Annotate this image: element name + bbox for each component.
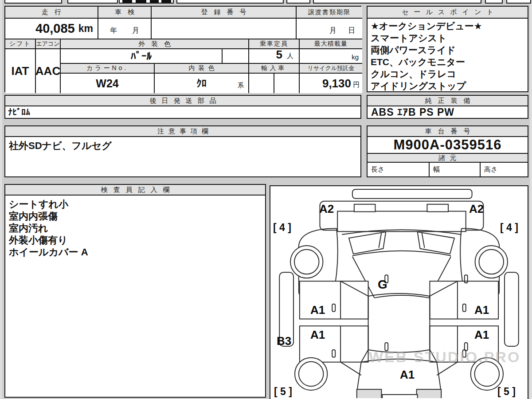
inspector-note-line: 室内内張傷 [9,210,262,222]
mileage-header: 走行 [5,7,98,18]
aircon-header: エアコン [35,39,60,48]
sales-point-line: ETC、バックモニター [371,56,524,68]
length-cell: 長さ [368,162,429,176]
recycle-value: 9,130円 [299,73,362,93]
damage-label-4-front-right-tire: [ 4 ] [500,223,518,233]
shift-value: IAT [5,48,35,93]
height-cell: 高さ [480,162,528,176]
watermark: WEB STUDIO.PRO [369,348,520,366]
sales-points-list: ★オークションデビュー★ スマートアシスト 両側パワースライド ETC、バックモ… [368,18,528,91]
import-cell-1 [248,73,274,93]
damage-label-b3-rocker-left: B3 [277,335,291,347]
inspector-note-line: シートすれ小 [9,198,262,210]
sales-point-line: アイドリングストップ [371,80,524,92]
genuine-equipment-panel: 純正装備 ABS ｴｱB PS PW [367,95,528,119]
sales-points-header: セールスポイント [368,7,528,18]
cropped-cell [286,0,310,4]
mileage-number: 40,085 [35,21,75,36]
damage-label-a1-door-rear-right: A1 [474,329,489,340]
genuine-equipment-value: ABS ｴｱB PS PW [368,106,528,118]
recycle-unit: 円 [353,81,360,90]
cropped-cell [506,0,531,4]
mileage-unit: km [78,23,93,35]
capacity-unit: 人 [287,52,293,62]
sales-point-line: スマートアシスト [371,32,524,44]
width-cell: 幅 [429,162,480,176]
interior-color-text: ｸﾛ [196,78,207,90]
cropped-cell [4,0,62,4]
inspector-note-line: 室内汚れ [9,222,262,234]
registration-value [151,18,296,39]
inspection-value: 年月 [98,18,151,39]
later-parts-header: 後日発送部品 [5,96,360,106]
mileage-value: 40,085km [5,18,98,39]
deadline-value: 月日 [296,18,362,39]
interior-color-header: 内装色 [154,63,248,73]
dimensions-header: 諸元 [368,153,528,162]
sales-point-line: 両側パワースライド [371,44,524,56]
cropped-cell [176,0,284,4]
later-parts-value: ﾅﾋﾞﾛﾑ [5,106,360,118]
notes-header: 注意事項欄 [5,126,360,136]
capacity-number: 5 [276,48,282,62]
recycle-number: 9,130 [322,77,351,90]
import-header: 輸入車 [248,63,299,73]
max-load-value: kg [299,48,362,63]
shift-header: シフト [5,39,35,48]
car-outline-drawing [270,186,528,398]
inspector-note-line: 外装小傷有り [9,234,262,246]
inspection-year: 年 [110,26,117,35]
cropped-cell [485,0,503,4]
genuine-equipment-header: 純正装備 [368,96,528,106]
recycle-header: リサイクル預託金 [299,63,362,73]
damage-label-a1-tailgate: A1 [400,369,415,380]
capacity-header: 乗車定員 [248,39,299,48]
cropped-cell [67,0,118,4]
sales-point-line: ★オークションデビュー★ [371,20,524,32]
page-right-edge [530,0,532,399]
interior-color-value: ｸﾛ 系 [154,73,248,93]
damage-label-a1-door-front-left: A1 [310,304,325,316]
color-no-value: W24 [60,73,154,93]
exterior-color-value: ﾊﾟｰﾙ [60,48,222,63]
later-parts-panel: 後日発送部品 ﾅﾋﾞﾛﾑ [4,95,361,119]
sales-points-panel: セールスポイント ★オークションデビュー★ スマートアシスト 両側パワースライド… [367,6,528,92]
chassis-panel: 車台番号 M900A-0359516 諸元 長さ 幅 高さ [367,125,528,177]
import-cell-2 [274,73,299,93]
damage-label-a1-door-front-right: A1 [474,304,489,316]
sales-point-line: クルコン、ドラレコ [371,68,524,80]
damage-label-5-rear-right-tire: [ 5 ] [497,387,516,397]
interior-color-suffix: 系 [238,82,244,90]
cropped-cell [119,0,174,4]
deadline-day: 日 [348,26,355,35]
damage-label-5-rear-left-tire: [ 5 ] [274,387,292,397]
auction-sheet: { "top_table": { "mileage_label": "走行", … [0,0,532,399]
damage-label-g-hood: G [378,278,387,291]
chassis-header: 車台番号 [368,126,528,136]
notes-panel: 注意事項欄 社外SDナビ、フルセグ [4,125,361,177]
damage-label-a1-door-rear-left: A1 [310,329,325,340]
exterior-color-header: 外装色 [60,39,248,48]
notes-value: 社外SDナビ、フルセグ [5,136,360,176]
registration-header: 登録番号 [151,7,296,18]
max-load-header: 最大積載量 [299,39,362,48]
inspection-month: 月 [132,26,139,35]
deadline-header: 譲渡書類期限 [296,7,362,18]
exterior-color-extra-cell [222,48,248,63]
damage-label-a2-front-right: A2 [469,203,484,215]
page-left-edge [0,0,2,399]
inspection-header: 車検 [98,7,151,18]
damage-label-a2-front-left: A2 [319,203,334,215]
inspector-notes-header: 検査員記入欄 [5,185,265,195]
inspector-notes-list: シートすれ小 室内内張傷 室内汚れ 外装小傷有り ホイールカバー A [5,195,265,397]
inspector-notes-panel: 検査員記入欄 シートすれ小 室内内張傷 室内汚れ 外装小傷有り ホイールカバー … [4,184,266,398]
aircon-value: AAC [35,48,60,93]
inspector-note-line: ホイールカバー A [9,246,262,258]
car-damage-diagram: WEB STUDIO.PRO A2 A2 [ 4 ] [ 4 ] G A1 A1… [270,185,528,399]
capacity-value: 5人 [248,48,299,63]
deadline-month: 月 [329,26,336,35]
cropped-cell [313,0,481,4]
color-no-header: カラーNo. [60,63,154,73]
damage-label-4-front-left-tire: [ 4 ] [273,223,291,233]
chassis-value: M900A-0359516 [368,136,528,153]
